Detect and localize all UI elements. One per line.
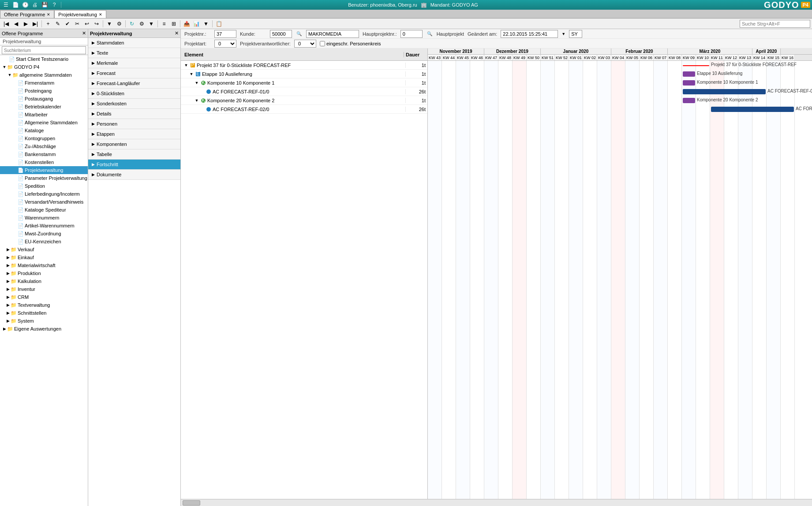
tree-expand-icon[interactable]: ▶ bbox=[5, 255, 11, 260]
tree-item[interactable]: 📄Mwst-Zuordnung bbox=[0, 230, 88, 238]
tree-item[interactable]: ▶📁System bbox=[0, 317, 88, 325]
tree-expand-icon[interactable]: ▶ bbox=[2, 327, 7, 331]
tree-item[interactable]: 📄Kataloge bbox=[0, 126, 88, 134]
add-btn[interactable]: + bbox=[44, 19, 52, 28]
tab-projektverwaltung[interactable]: Projektverwaltung ✕ bbox=[54, 10, 106, 18]
gantt-row[interactable]: AC FORECAST-REF-02/026t bbox=[181, 105, 427, 114]
tree-item[interactable]: 📄Mitarbeiter bbox=[0, 111, 88, 119]
projektverantwortlicher-select[interactable]: 0 bbox=[294, 40, 316, 48]
check-btn[interactable]: ✔ bbox=[63, 19, 72, 28]
row-expand-icon[interactable]: ▼ bbox=[194, 81, 199, 85]
new-icon[interactable]: 📄 bbox=[11, 1, 19, 9]
gantt-scrollbar[interactable] bbox=[181, 499, 812, 506]
edit-btn[interactable]: ✎ bbox=[53, 19, 62, 28]
more-btn[interactable]: ▼ bbox=[202, 19, 210, 28]
kundename-input[interactable] bbox=[306, 30, 359, 38]
nav-section-header-tabelle[interactable]: ▶Tabelle bbox=[88, 149, 180, 159]
geaendert-input[interactable] bbox=[501, 30, 558, 38]
tree-item[interactable]: ▼📁GODYO P4 bbox=[0, 63, 88, 71]
tree-item[interactable]: 📄Kostenstellen bbox=[0, 158, 88, 166]
nav-section-header-fortschritt[interactable]: ▶Fortschritt bbox=[88, 160, 180, 169]
nav-section-header-sonderkosten[interactable]: ▶Sonderkosten bbox=[88, 99, 180, 108]
tree-item[interactable]: 📄Lieferbedingung/Incoterm bbox=[0, 190, 88, 198]
tree-expand-icon[interactable]: ▼ bbox=[7, 73, 12, 77]
refresh-btn[interactable]: ↻ bbox=[127, 19, 136, 28]
tree-item[interactable]: 📄Kontogruppen bbox=[0, 134, 88, 142]
nav-panel-close[interactable]: ✕ bbox=[175, 30, 179, 36]
tree-item[interactable]: 📄Postausgang bbox=[0, 95, 88, 103]
eingeschr-checkbox[interactable] bbox=[320, 41, 325, 46]
sidebar-nav-item[interactable]: Projektverwaltung bbox=[0, 38, 88, 45]
tree-item[interactable]: 📄Firmenstamm bbox=[0, 79, 88, 87]
kunde-search-btn[interactable]: 🔍 bbox=[296, 30, 303, 37]
tree-expand-icon[interactable]: ▼ bbox=[2, 65, 7, 69]
tree-expand-icon[interactable]: ▶ bbox=[5, 287, 11, 291]
tab-pv-close[interactable]: ✕ bbox=[99, 12, 102, 17]
tree-expand-icon[interactable]: ▶ bbox=[5, 247, 11, 252]
tree-item[interactable]: ▶📁Materialwirtschaft bbox=[0, 261, 88, 269]
geaendert-dropdown[interactable]: ▼ bbox=[561, 32, 565, 36]
settings-btn[interactable]: ⚙ bbox=[137, 19, 146, 28]
tree-item[interactable]: 📄Posteingang bbox=[0, 87, 88, 95]
tree-item[interactable]: ▶📁Einkauf bbox=[0, 253, 88, 261]
tree-item[interactable]: 📄Versandart/Versandhinweis bbox=[0, 198, 88, 206]
tree-item[interactable]: 📄Artikel-Warennummern bbox=[0, 222, 88, 230]
tab-offene-close[interactable]: ✕ bbox=[47, 12, 50, 17]
tree-item[interactable]: ▶📁Verkauf bbox=[0, 246, 88, 253]
tree-item[interactable]: ▶📁CRM bbox=[0, 293, 88, 301]
undo-btn[interactable]: ↩ bbox=[82, 19, 91, 28]
tree-expand-icon[interactable]: ▶ bbox=[5, 263, 11, 268]
tree-item[interactable]: 📄Warennummern bbox=[0, 214, 88, 222]
chart-btn[interactable]: 📊 bbox=[192, 19, 201, 28]
tree-item[interactable]: 📄Betriebskalender bbox=[0, 103, 88, 111]
main-search-input[interactable] bbox=[740, 20, 810, 28]
scroll-thumb[interactable] bbox=[183, 500, 200, 506]
export-btn[interactable]: 📤 bbox=[182, 19, 191, 28]
menu-icon[interactable]: ☰ bbox=[2, 1, 10, 9]
nav-section-header-forecast-langläufer[interactable]: ▶Forecast-Langläufer bbox=[88, 78, 180, 88]
tree-item[interactable]: 📄Allgemeine Stammdaten bbox=[0, 119, 88, 126]
projektart-select[interactable]: 0 bbox=[214, 40, 236, 48]
tree-item[interactable]: 📄EU-Kennzeichen bbox=[0, 238, 88, 246]
tree-item[interactable]: 📄Zu-/Abschläge bbox=[0, 142, 88, 150]
nav-section-header-0-stücklisten[interactable]: ▶0-Stücklisten bbox=[88, 89, 180, 98]
nav-section-header-personen[interactable]: ▶Personen bbox=[88, 119, 180, 129]
kunde-input[interactable] bbox=[270, 30, 292, 38]
tree-item[interactable]: 📄Spedition bbox=[0, 182, 88, 190]
settings2-btn[interactable]: ▼ bbox=[147, 19, 156, 28]
tree-item[interactable]: ▶📁Inventur bbox=[0, 285, 88, 293]
tree-item[interactable]: ▶📁Textverwaltung bbox=[0, 301, 88, 309]
row-expand-icon[interactable]: ▼ bbox=[183, 63, 189, 67]
tree-item[interactable]: ▶📁Kalkulation bbox=[0, 277, 88, 285]
clock-icon[interactable]: 🕐 bbox=[21, 1, 29, 9]
row-expand-icon[interactable]: ▼ bbox=[189, 72, 194, 76]
nav-section-header-forecast[interactable]: ▶Forecast bbox=[88, 68, 180, 78]
sidebar-close-icon[interactable]: ✕ bbox=[82, 30, 86, 36]
row-expand-icon[interactable]: ▼ bbox=[194, 98, 199, 103]
gantt-row[interactable]: ▼KKomponente 20 Komponente 21t bbox=[181, 96, 427, 105]
gantt-row[interactable]: AC FORECAST-REF-01/026t bbox=[181, 87, 427, 96]
nav-next-btn[interactable]: ▶ bbox=[21, 19, 30, 28]
filter-btn[interactable]: ▼ bbox=[105, 19, 114, 28]
hauptprojektnr-input[interactable] bbox=[400, 30, 423, 38]
nav-section-header-merkmale[interactable]: ▶Merkmale bbox=[88, 58, 180, 68]
tree-expand-icon[interactable]: ▶ bbox=[5, 271, 11, 275]
nav-section-header-etappen[interactable]: ▶Etappen bbox=[88, 129, 180, 139]
tree-item[interactable]: ▶📁Schnittstellen bbox=[0, 309, 88, 317]
tree-item[interactable]: 📄Bankenstamm bbox=[0, 150, 88, 158]
nav-section-header-stammdaten[interactable]: ▶Stammdaten bbox=[88, 38, 180, 48]
gantt-row[interactable]: ▼PProjekt 37 für 0-Stückliste FORECAST-R… bbox=[181, 61, 427, 70]
cut-btn[interactable]: ✂ bbox=[73, 19, 82, 28]
tree-item[interactable]: ▶📁Eigene Auswertungen bbox=[0, 325, 88, 333]
tree-item[interactable]: ▼📁allgemeine Stammdaten bbox=[0, 71, 88, 79]
tree-item[interactable]: 📄Kataloge Spediteur bbox=[0, 206, 88, 214]
hauptprojektnr-search-btn[interactable]: 🔍 bbox=[426, 30, 433, 37]
filter2-btn[interactable]: ⚙ bbox=[115, 19, 123, 28]
clipboard-btn[interactable]: 📋 bbox=[214, 19, 223, 28]
projektnr-input[interactable] bbox=[214, 30, 236, 38]
nav-prev-btn[interactable]: ◀ bbox=[11, 19, 20, 28]
gantt-row[interactable]: ▼EEtappe 10 Auslieferung1t bbox=[181, 70, 427, 78]
tree-expand-icon[interactable]: ▶ bbox=[5, 295, 11, 299]
grid-btn[interactable]: ⊞ bbox=[169, 19, 178, 28]
tree-expand-icon[interactable]: ▶ bbox=[5, 311, 11, 315]
